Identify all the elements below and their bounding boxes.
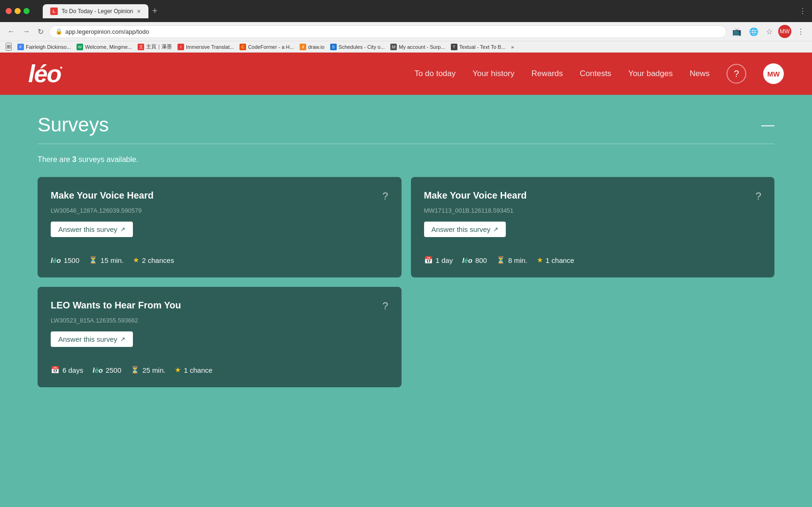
survey-2-time: ⏳ 8 min. — [496, 256, 527, 264]
browser-window-controls — [6, 8, 30, 14]
survey-card-1: Make Your Voice Heard ?️ LW30546_1287A.1… — [38, 177, 402, 277]
new-tab-button[interactable]: + — [148, 4, 162, 18]
survey-3-days-value: 6 days — [62, 366, 83, 374]
survey-3-answer-label: Answer this survey — [58, 335, 117, 343]
survey-card-2: Make Your Voice Heard ?️ MW17113_001B.12… — [411, 177, 775, 277]
nav-news[interactable]: News — [689, 69, 710, 78]
nav-links: To do today Your history Rewards Contest… — [414, 63, 784, 84]
surveys-section-header: Surveys — — [38, 114, 774, 136]
bookmark-textual[interactable]: T Textual - Text To B... — [451, 44, 506, 50]
main-nav: léo● To do today Your history Rewards Co… — [0, 53, 812, 95]
ssl-lock-icon: 🔒 — [55, 28, 62, 35]
calendar-icon-2: 📅 — [424, 256, 433, 264]
browser-more-button[interactable]: ⋮ — [799, 7, 806, 15]
help-circle-icon-3: ?️ — [382, 300, 388, 312]
reload-button[interactable]: ↻ — [36, 25, 46, 38]
bookmark-welcome[interactable]: W Welcome, Mingme... — [77, 44, 132, 50]
forward-button[interactable]: → — [21, 25, 32, 38]
survey-2-meta: 📅 1 day léo 800 ⏳ 8 min. ★ 1 chance — [424, 256, 762, 264]
browser-tab-bar: L To Do Today - Leger Opinion × + — [39, 4, 791, 18]
survey-2-chances: ★ 1 chance — [537, 256, 574, 264]
address-bar[interactable]: 🔒 app.legeropinion.com/app/todo — [49, 25, 727, 38]
leo-logo-2: léo — [462, 256, 472, 264]
survey-1-meta: léo 1500 ⏳ 15 min. ★ 2 chances — [51, 256, 388, 264]
bookmark-button[interactable]: ☆ — [764, 25, 774, 38]
leo-logo-1: léo — [51, 256, 61, 264]
bookmarks-bar: ⊞ F Fairleigh Dickinso... W Welcome, Min… — [0, 41, 812, 53]
survey-1-answer-button[interactable]: Answer this survey ↗ — [51, 222, 133, 237]
bookmark-immersive[interactable]: I Immersive Translat... — [178, 44, 234, 50]
survey-3-meta: 📅 6 days léo 2500 ⏳ 25 min. ★ 1 chance — [51, 366, 388, 374]
survey-card-1-header: Make Your Voice Heard ?️ — [51, 190, 388, 202]
tab-title: To Do Today - Leger Opinion — [62, 8, 133, 15]
star-icon-1: ★ — [133, 256, 139, 264]
app-container: léo● To do today Your history Rewards Co… — [0, 53, 812, 503]
bookmarks-apps[interactable]: ⊞ — [6, 43, 12, 51]
address-text: app.legeropinion.com/app/todo — [65, 28, 149, 35]
bookmark-codeformer[interactable]: C CodeFormer - a H... — [240, 44, 294, 50]
translate-button[interactable]: 🌐 — [747, 25, 760, 38]
bookmark-drawio[interactable]: d draw.io — [300, 44, 325, 50]
cast-button[interactable]: 📺 — [730, 25, 743, 38]
survey-3-days: 📅 6 days — [51, 366, 83, 374]
survey-1-time-value: 15 min. — [101, 256, 124, 264]
maximize-window-button[interactable] — [23, 8, 30, 14]
calendar-icon-3: 📅 — [51, 366, 60, 374]
bookmark-more[interactable]: » — [511, 44, 514, 50]
browser-toolbar: ← → ↻ 🔒 app.legeropinion.com/app/todo 📺 … — [0, 22, 812, 41]
survey-3-points-value: 2500 — [106, 366, 121, 374]
survey-2-help-button[interactable]: ?️ — [756, 190, 761, 202]
site-logo[interactable]: léo● — [28, 60, 62, 88]
star-icon-3: ★ — [175, 366, 181, 374]
nav-contests[interactable]: Contests — [580, 69, 611, 78]
survey-3-help-button[interactable]: ?️ — [382, 300, 388, 312]
survey-3-time: ⏳ 25 min. — [131, 366, 165, 374]
survey-3-id: LW30523_815A.126355.593662 — [51, 317, 388, 324]
survey-card-3-header: LEO Wants to Hear From You ?️ — [51, 300, 388, 312]
survey-2-id: MW17113_001B.126118.593451 — [424, 207, 762, 214]
survey-2-time-value: 8 min. — [508, 256, 527, 264]
profile-button[interactable]: MW — [778, 25, 791, 38]
survey-card-3: LEO Wants to Hear From You ?️ LW30523_81… — [38, 287, 402, 387]
tab-close-button[interactable]: × — [137, 8, 141, 15]
help-circle-icon: ?️ — [382, 190, 388, 202]
extensions-button[interactable]: ⋮ — [795, 25, 806, 38]
survey-1-points: léo 1500 — [51, 256, 79, 264]
section-divider — [38, 144, 774, 144]
survey-1-time: ⏳ 15 min. — [89, 256, 124, 264]
main-content: Surveys — There are 3 surveys available.… — [0, 95, 812, 415]
external-link-icon-3: ↗ — [120, 336, 125, 343]
bookmark-schedules[interactable]: S Schedules - City o... — [330, 44, 385, 50]
collapse-button[interactable]: — — [761, 117, 774, 132]
bookmark-fairleigh[interactable]: F Fairleigh Dickinso... — [17, 44, 71, 50]
survey-1-title: Make Your Voice Heard — [51, 190, 154, 201]
survey-1-answer-label: Answer this survey — [58, 225, 117, 233]
star-icon-2: ★ — [537, 256, 543, 264]
nav-todo[interactable]: To do today — [414, 69, 456, 78]
back-button[interactable]: ← — [6, 25, 17, 38]
survey-1-help-button[interactable]: ?️ — [382, 190, 388, 202]
active-browser-tab[interactable]: L To Do Today - Leger Opinion × — [43, 4, 148, 18]
help-button[interactable]: ? — [727, 64, 746, 84]
survey-3-points: léo 2500 — [93, 366, 121, 374]
bookmark-zhuyuan[interactable]: 主 主頁｜瀑墨 — [138, 43, 172, 50]
minimize-window-button[interactable] — [15, 8, 21, 14]
close-window-button[interactable] — [6, 8, 12, 14]
survey-count-text: There are 3 surveys available. — [38, 155, 774, 164]
survey-3-chances-value: 1 chance — [184, 366, 212, 374]
help-circle-icon-2: ?️ — [756, 190, 761, 202]
survey-2-days-value: 1 day — [436, 256, 453, 264]
survey-3-chances: ★ 1 chance — [175, 366, 212, 374]
nav-rewards[interactable]: Rewards — [531, 69, 563, 78]
section-title: Surveys — [38, 114, 109, 136]
user-avatar[interactable]: MW — [763, 63, 784, 84]
survey-3-answer-button[interactable]: Answer this survey ↗ — [51, 331, 133, 347]
nav-badges[interactable]: Your badges — [628, 69, 673, 78]
survey-2-points-value: 800 — [475, 256, 487, 264]
nav-history[interactable]: Your history — [472, 69, 514, 78]
survey-2-answer-button[interactable]: Answer this survey ↗ — [424, 222, 506, 237]
external-link-icon: ↗ — [120, 226, 125, 233]
hourglass-icon-2: ⏳ — [496, 256, 505, 264]
survey-3-title: LEO Wants to Hear From You — [51, 300, 181, 311]
bookmark-myaccount[interactable]: M My account - Surp... — [390, 44, 445, 50]
